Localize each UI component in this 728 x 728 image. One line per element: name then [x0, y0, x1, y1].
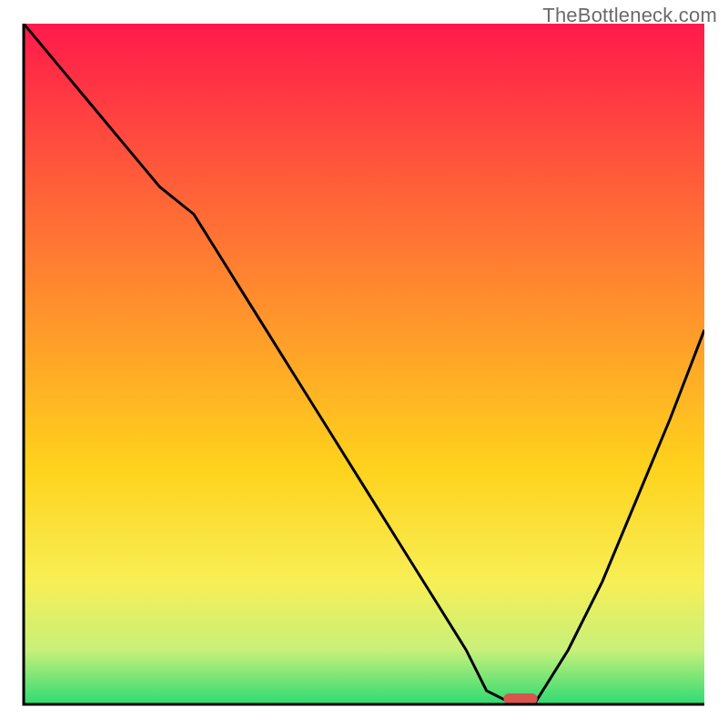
optimal-marker [503, 693, 537, 704]
bottleneck-chart [0, 0, 728, 728]
gradient-background [24, 24, 704, 704]
chart-container: TheBottleneck.com [0, 0, 728, 728]
